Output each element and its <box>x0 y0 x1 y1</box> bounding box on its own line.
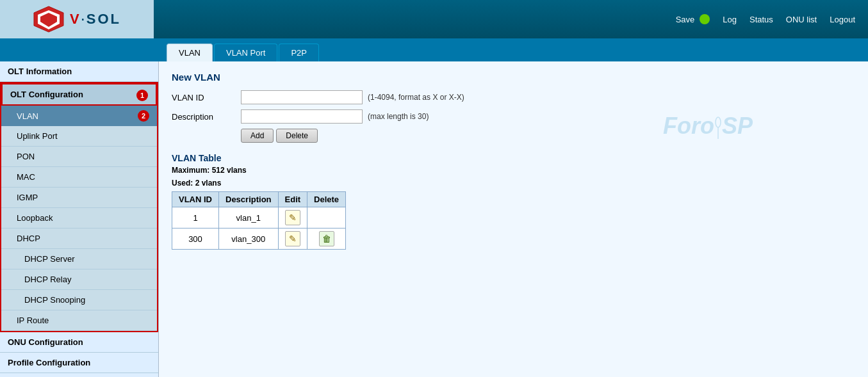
vlan-delete-cell <box>307 207 346 229</box>
sidebar-item-dhcp[interactable]: DHCP <box>1 229 157 249</box>
col-edit: Edit <box>278 192 307 207</box>
vlan-edit-cell: ✎ <box>278 207 307 229</box>
delete-button[interactable]: Delete <box>276 129 318 143</box>
vlan-table-section: VLAN Table Maximum: 512 vlans Used: 2 vl… <box>172 153 855 250</box>
tab-vlan-port[interactable]: VLAN Port <box>214 44 277 61</box>
sidebar-item-vlan[interactable]: VLAN 2 <box>1 106 157 126</box>
save-button[interactable]: Save <box>676 15 695 24</box>
sidebar-item-olt-configuration[interactable]: OLT Configuration 1 <box>1 83 157 106</box>
vlan-desc-cell: vlan_300 <box>219 229 279 250</box>
table-row: 300vlan_300✎🗑 <box>172 229 346 250</box>
vlan-id-hint: (1-4094, format as X or X-X) <box>368 93 464 102</box>
sidebar-item-ip-route[interactable]: IP Route <box>1 310 157 331</box>
vlan-id-cell: 300 <box>172 229 219 250</box>
sidebar-item-dhcp-server[interactable]: DHCP Server <box>1 249 157 269</box>
form-buttons: Add Delete <box>241 129 855 143</box>
new-vlan-title: New VLAN <box>172 72 855 83</box>
save-area: Save <box>676 14 710 24</box>
header-right: Save Log Status ONU list Logout <box>676 14 855 24</box>
sidebar-item-loopback[interactable]: Loopback <box>1 208 157 229</box>
sidebar-item-olt-information[interactable]: OLT Information <box>0 61 158 82</box>
tab-vlan[interactable]: VLAN <box>167 44 213 61</box>
add-button[interactable]: Add <box>241 129 274 143</box>
vlan-id-input[interactable] <box>241 90 363 104</box>
sidebar-item-pon[interactable]: PON <box>1 147 157 167</box>
vlan-table: VLAN ID Description Edit Delete 1vlan_1✎… <box>172 191 346 250</box>
vlan-delete-cell: 🗑 <box>307 229 346 250</box>
sidebar-item-dhcp-relay[interactable]: DHCP Relay <box>1 269 157 290</box>
description-row: Description (max length is 30) <box>172 109 855 124</box>
edit-icon-button[interactable]: ✎ <box>285 210 300 225</box>
sidebar: OLT Information OLT Configuration 1 VLAN… <box>0 61 159 377</box>
status-indicator <box>700 14 710 24</box>
logo-area: V·SOL <box>0 0 154 38</box>
logo-text: V·SOL <box>70 11 121 28</box>
delete-icon-button[interactable]: 🗑 <box>319 231 334 246</box>
olt-config-badge: 1 <box>136 90 148 101</box>
sidebar-item-uplink-port[interactable]: Uplink Port <box>1 126 157 147</box>
sidebar-item-profile-configuration[interactable]: Profile Configuration <box>0 353 158 373</box>
sidebar-item-igmp[interactable]: IGMP <box>1 188 157 208</box>
col-description: Description <box>219 192 279 207</box>
vlan-table-title: VLAN Table <box>172 153 855 163</box>
vlan-desc-cell: vlan_1 <box>219 207 279 229</box>
vlan-id-row: VLAN ID (1-4094, format as X or X-X) <box>172 90 855 104</box>
status-button[interactable]: Status <box>749 15 773 24</box>
description-input[interactable] <box>241 109 363 124</box>
col-vlan-id: VLAN ID <box>172 192 219 207</box>
table-row: 1vlan_1✎ <box>172 207 346 229</box>
sidebar-item-dhcp-snooping[interactable]: DHCP Snooping <box>1 290 157 310</box>
sidebar-item-onu-configuration[interactable]: ONU Configuration <box>0 332 158 353</box>
description-hint: (max length is 30) <box>368 112 429 121</box>
header: V·SOL Save Log Status ONU list Logout <box>0 0 868 38</box>
sidebar-item-system-configuration[interactable]: System Configuration <box>0 373 158 377</box>
used-vlans: Used: 2 vlans <box>172 179 855 188</box>
main-layout: OLT Information OLT Configuration 1 VLAN… <box>0 61 868 377</box>
tab-bar: VLAN VLAN Port P2P <box>0 38 868 61</box>
onu-list-button[interactable]: ONU list <box>786 15 817 24</box>
sidebar-item-mac[interactable]: MAC <box>1 167 157 188</box>
vlan-badge: 2 <box>138 110 149 122</box>
edit-icon-button[interactable]: ✎ <box>285 231 300 246</box>
content-area: Foro SP New VLAN VLAN ID (1-4094, format… <box>159 61 868 377</box>
vlan-id-label: VLAN ID <box>172 93 236 102</box>
tab-p2p[interactable]: P2P <box>279 44 319 61</box>
logout-button[interactable]: Logout <box>830 15 855 24</box>
vlan-id-cell: 1 <box>172 207 219 229</box>
vsol-logo-icon <box>33 5 65 33</box>
maximum-vlans: Maximum: 512 vlans <box>172 166 855 175</box>
description-label: Description <box>172 112 236 122</box>
col-delete: Delete <box>307 192 346 207</box>
log-button[interactable]: Log <box>723 15 737 24</box>
vlan-edit-cell: ✎ <box>278 229 307 250</box>
